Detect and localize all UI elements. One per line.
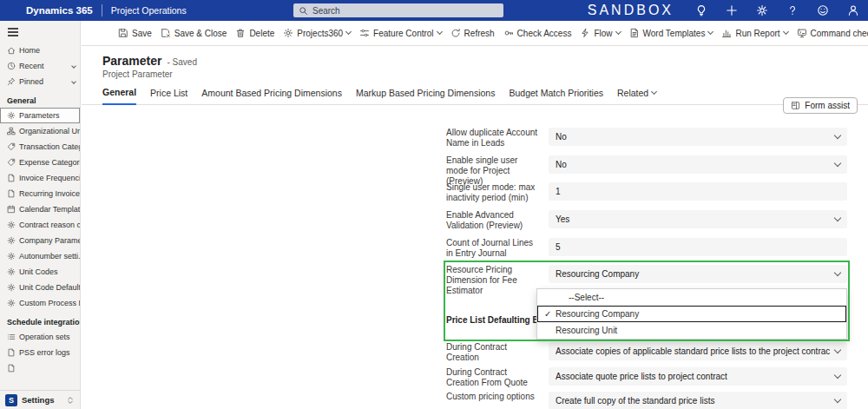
tab-price-list[interactable]: Price List xyxy=(150,88,187,104)
sidebar-item-invoice-frequencies[interactable]: Invoice Frequencies xyxy=(0,170,80,186)
form-assist-button[interactable]: Form assist xyxy=(783,97,858,114)
chevron-down-icon xyxy=(345,29,352,35)
sidebar-item-operation-sets[interactable]: Operation sets xyxy=(0,329,80,345)
lightning-icon xyxy=(580,28,590,38)
list-icon xyxy=(7,333,16,341)
chevron-down-icon xyxy=(834,160,841,167)
sidebar-item-calendar-templates[interactable]: Calendar Templates xyxy=(0,201,80,217)
app-launcher-waffle-icon[interactable] xyxy=(9,6,17,15)
quick-create-plus-icon[interactable] xyxy=(726,4,738,16)
help-icon[interactable] xyxy=(786,4,799,16)
field-label: During Contract Creation xyxy=(446,342,543,363)
field-row-allow-duplicate: Allow duplicate Account Name in Leads No xyxy=(446,128,847,148)
tab-amount-based-pricing-dimensions[interactable]: Amount Based Pricing Dimensions xyxy=(201,88,342,104)
tab-label: Markup Based Pricing Dimensions xyxy=(356,88,495,98)
topbar-right-cluster: SANDBOX xyxy=(588,0,859,21)
cmd-feature-control[interactable]: Feature Control xyxy=(359,28,441,38)
during-contract-creation-select[interactable]: Associate copies of applicable standard … xyxy=(549,342,847,360)
sidebar-item-parameters[interactable]: Parameters xyxy=(0,108,80,123)
gear-icon xyxy=(7,267,16,276)
option-resourcing-unit[interactable]: Resourcing Unit xyxy=(537,322,846,339)
single-user-mode-select[interactable]: No xyxy=(549,155,847,174)
field-row-custom-pricing-options: Custom pricing options Create full copy … xyxy=(446,392,847,402)
document-icon xyxy=(629,28,640,38)
sidebar-item-autonumber-settings[interactable]: Autonumber setti... xyxy=(0,248,80,264)
area-switcher-settings[interactable]: S Settings xyxy=(0,390,80,409)
sidebar-item-pss-error-logs[interactable]: PSS error logs xyxy=(0,345,80,360)
sidebar-item-pinned[interactable]: Pinned xyxy=(0,74,80,89)
app-name[interactable]: Dynamics 365 xyxy=(26,5,93,16)
sidebar-item-home[interactable]: Home xyxy=(0,43,80,58)
sidebar-section-general: General xyxy=(0,89,80,108)
sidebar-item-organizational-units[interactable]: Organizational Un... xyxy=(0,123,80,139)
sidebar-item-transaction-categories[interactable]: Transaction Categ... xyxy=(0,139,80,155)
tab-general[interactable]: General xyxy=(102,87,136,105)
cmd-projects360[interactable]: Projects360 xyxy=(283,28,351,38)
chevron-down-icon xyxy=(651,89,657,95)
tab-budget-match-priorities[interactable]: Budget Match Priorities xyxy=(509,88,603,104)
sidebar-item-truncated[interactable] xyxy=(0,360,80,376)
sidebar-item-label: Company Parame... xyxy=(19,236,80,245)
cmd-projects360-label: Projects360 xyxy=(297,29,343,38)
trash-icon xyxy=(235,28,246,38)
sidebar-item-recurring-invoice[interactable]: Recurring Invoice ... xyxy=(0,186,80,201)
chevron-down-icon xyxy=(615,29,621,35)
field-label: During Contract Creation From Quote xyxy=(446,367,543,388)
sidebar-item-expense-categories[interactable]: Expense Categories xyxy=(0,155,80,170)
cmd-save[interactable]: Save xyxy=(118,28,152,38)
form-assist-label: Form assist xyxy=(805,101,850,110)
sidebar-item-custom-process[interactable]: Custom Process E... xyxy=(0,295,80,311)
option-select-placeholder[interactable]: --Select-- xyxy=(537,289,846,306)
sidebar-item-recent[interactable]: Recent xyxy=(0,58,80,74)
settings-gear-icon[interactable] xyxy=(756,4,768,16)
journal-lines-count-input[interactable]: 5 xyxy=(549,238,847,256)
sidebar-section-schedule-integration: Schedule integration xyxy=(0,311,80,329)
chevron-down-icon xyxy=(834,214,841,221)
sidebar-item-label: Custom Process E... xyxy=(19,299,80,307)
sidebar-item-unit-code-defaults[interactable]: Unit Code Default... xyxy=(0,280,80,295)
tab-related[interactable]: Related xyxy=(617,88,656,104)
field-value: 1 xyxy=(556,187,840,196)
area-switcher-chevrons-icon[interactable] xyxy=(66,396,75,405)
sidebar-item-label: Transaction Categ... xyxy=(19,142,80,151)
tag-icon xyxy=(7,142,16,151)
chevron-down-icon xyxy=(834,346,841,353)
settings-area-label: Settings xyxy=(22,395,54,405)
app-area-label[interactable]: Project Operations xyxy=(111,5,187,16)
chevron-down-icon xyxy=(783,29,789,35)
cmd-run-report[interactable]: Run Report xyxy=(721,28,787,38)
cmd-command-checker[interactable]: Command checker xyxy=(797,28,868,38)
sidebar-item-label: Invoice Frequencies xyxy=(19,174,80,182)
sidebar-item-unit-codes[interactable]: Unit Codes xyxy=(0,264,80,280)
sidebar-item-company-parameters[interactable]: Company Parame... xyxy=(0,233,80,248)
cmd-delete[interactable]: Delete xyxy=(235,28,274,38)
max-inactivity-period-input[interactable]: 1 xyxy=(549,182,847,201)
allow-duplicate-account-select[interactable]: No xyxy=(549,128,847,146)
global-search-box[interactable] xyxy=(293,3,503,17)
field-row-during-contract-creation: During Contract Creation Associate copie… xyxy=(446,342,847,363)
hamburger-menu-icon[interactable] xyxy=(0,21,80,43)
main-content: Parameter - Saved Project Parameter Gene… xyxy=(82,46,868,409)
user-account-icon[interactable] xyxy=(847,4,859,16)
document-icon xyxy=(7,364,16,373)
cmd-save-label: Save xyxy=(132,29,152,38)
feedback-icon[interactable] xyxy=(817,4,829,16)
chevron-down-icon xyxy=(834,132,841,139)
contract-creation-from-quote-select[interactable]: Associate quote price lists to project c… xyxy=(549,367,847,386)
resource-pricing-dimension-select[interactable]: Resourcing Company xyxy=(549,265,847,283)
search-input[interactable] xyxy=(312,6,498,16)
cmd-flow[interactable]: Flow xyxy=(580,28,620,38)
cmd-save-and-close[interactable]: Save & Close xyxy=(161,28,227,38)
save-icon xyxy=(118,28,128,38)
page-title: Parameter xyxy=(102,54,162,68)
cmd-refresh[interactable]: Refresh xyxy=(450,28,495,38)
cmd-word-templates[interactable]: Word Templates xyxy=(629,28,713,38)
sidebar-item-contract-reason-codes[interactable]: Contract reason c... xyxy=(0,217,80,233)
tab-markup-based-pricing-dimensions[interactable]: Markup Based Pricing Dimensions xyxy=(356,88,495,104)
option-resourcing-company[interactable]: ✓ Resourcing Company xyxy=(537,306,846,322)
cmd-check-access[interactable]: Check Access xyxy=(503,28,572,38)
chevron-down-icon xyxy=(707,29,713,35)
advanced-validation-select[interactable]: Yes xyxy=(549,210,847,228)
lightbulb-icon[interactable] xyxy=(695,4,707,16)
custom-pricing-options-select[interactable]: Create full copy of the standard price l… xyxy=(549,392,847,409)
